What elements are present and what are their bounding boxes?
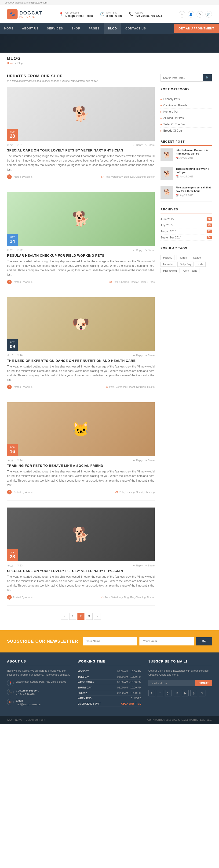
- post-day: 28: [10, 554, 15, 559]
- social-icon-in[interactable]: in: [173, 690, 180, 696]
- post-image: 🐕: [7, 192, 155, 246]
- user-icon[interactable]: 👤: [188, 11, 194, 18]
- search-input[interactable]: [161, 74, 202, 81]
- working-time: 08:00 AM - 10:00 PM: [109, 669, 141, 674]
- newsletter-submit-button[interactable]: Go: [196, 637, 212, 646]
- tag-item[interactable]: Baby Fog: [177, 261, 193, 267]
- social-icon-▶[interactable]: ▶: [182, 690, 189, 696]
- nav-shop[interactable]: SHOP: [67, 23, 84, 34]
- page-1[interactable]: 1: [69, 613, 76, 620]
- archive-item[interactable]: July 201523: [161, 222, 212, 228]
- social-icon-t[interactable]: t: [157, 690, 163, 696]
- recent-post-info: There's nothing like when I hold you 📅 J…: [176, 167, 212, 180]
- footer-link[interactable]: NEWS: [15, 719, 22, 721]
- nav-home[interactable]: HOME: [0, 23, 18, 34]
- post-title[interactable]: REGULAR HEALTH CHECKUP FOR FIELD WORKING…: [7, 254, 155, 257]
- working-hours-row: EMERGENCY UNITOPEN ANY TIME: [78, 701, 141, 706]
- search-box[interactable]: 🔍: [161, 74, 212, 82]
- recent-post-title[interactable]: Like Robinson Crusoe it is Primitive as …: [176, 149, 212, 156]
- archive-item[interactable]: June 201518: [161, 216, 212, 222]
- category-item[interactable]: Friendly Pets: [161, 96, 212, 102]
- post-author: A Posted By Admin: [7, 384, 32, 389]
- tag-item[interactable]: Nadge: [191, 255, 203, 260]
- post-title[interactable]: THE NEED OF EXPERT'S GUIDANCE ON PET NUT…: [7, 359, 155, 363]
- reply-button[interactable]: ↩ Reply: [133, 354, 142, 357]
- logo[interactable]: 🐾 DOGCAT PET CARE: [7, 9, 42, 20]
- header-info: 📍 Our Location Design Street, Texas 🕐 Mo…: [59, 11, 162, 18]
- settings-icon[interactable]: ⚙: [196, 11, 203, 18]
- reply-button[interactable]: ↩ Reply: [133, 249, 142, 252]
- calendar-icon: 📅: [176, 175, 179, 178]
- logo-name: DOGCAT: [20, 10, 42, 16]
- footer-email-text: Email mail@woodsman.com: [16, 699, 41, 707]
- cart-icon[interactable]: 🛒: [206, 11, 212, 18]
- post-author: A Posted By Admin: [7, 175, 32, 179]
- breadcrumb-home[interactable]: Home: [7, 62, 14, 64]
- working-day: FRIDAY: [78, 690, 109, 695]
- footer-phone-label: Customer Support: [16, 689, 38, 693]
- category-item[interactable]: Hunters Pet: [161, 109, 212, 115]
- footer-address: 📍 Washington Square Park, NY, United Sta…: [7, 680, 71, 686]
- category-item[interactable]: All Kind Of Birds: [161, 115, 212, 121]
- footer-link[interactable]: FAQ: [7, 719, 12, 721]
- newsletter-name-input[interactable]: [83, 637, 137, 646]
- tag-item[interactable]: Maltese: [161, 255, 175, 260]
- category-item[interactable]: Captivating Breeds: [161, 102, 212, 109]
- reply-button[interactable]: ↩ Reply: [133, 459, 142, 462]
- page-2[interactable]: 2: [78, 613, 84, 620]
- post-title[interactable]: TRAINING FOR PETS TO BEHAVE LIKE A SOCIA…: [7, 464, 155, 468]
- recent-post-title[interactable]: There's nothing like when I hold you: [176, 167, 212, 175]
- social-icon-p[interactable]: p: [190, 690, 197, 696]
- nav-pages[interactable]: PAGES: [84, 23, 104, 34]
- archive-label: June 2015: [161, 218, 173, 221]
- nav-about[interactable]: ABOUT US: [18, 23, 43, 34]
- share-button[interactable]: ⤷ Share: [145, 459, 155, 462]
- nav-blog[interactable]: BLOG: [104, 23, 121, 34]
- share-button[interactable]: ⤷ Share: [145, 354, 155, 357]
- newsletter-email-input[interactable]: [139, 637, 194, 646]
- tag-item[interactable]: Labrador: [161, 261, 176, 267]
- share-button[interactable]: ⤷ Share: [145, 249, 155, 252]
- social-icon-gplus[interactable]: g+: [165, 690, 172, 696]
- post-title[interactable]: SPECIAL CARE ON YOUR LOVELY PETS BY VETE…: [7, 149, 155, 152]
- footer-copyright: COPYRIGHTS © 2015 MICE CRE. ALL RIGHTS R…: [147, 719, 212, 721]
- social-icon-v[interactable]: v: [199, 690, 206, 696]
- tag-item[interactable]: Pit Bull: [176, 255, 189, 260]
- nav: HOME ABOUT US SERVICES SHOP PAGES BLOG C…: [0, 23, 219, 34]
- archives-widget: ARCHIVES June 201518July 201523August 20…: [161, 208, 212, 241]
- category-item[interactable]: Breeds Of Cats: [161, 128, 212, 134]
- tag-icon: 🏷: [115, 491, 118, 494]
- reply-button[interactable]: ↩ Reply: [133, 144, 142, 147]
- page-3[interactable]: 3: [86, 613, 93, 620]
- tag-item[interactable]: Corn Hound: [181, 268, 200, 273]
- subscribe-email-input[interactable]: [148, 680, 195, 686]
- recent-post-item: 🐕 Like Robinson Crusoe it is Primitive a…: [161, 149, 212, 164]
- tag-item[interactable]: birds: [195, 261, 206, 267]
- nav-contact[interactable]: CONTACT US: [121, 23, 150, 34]
- post-footer: A Posted By Admin 🏷 Pets, Veterinary, Do…: [7, 175, 155, 179]
- post-tags: 🏷 Pets, Veterinary, Dog, Ear, Cleaning, …: [101, 596, 155, 599]
- category-item[interactable]: Seller Of The Day: [161, 121, 212, 128]
- nav-cta-button[interactable]: GET AN APPOINTMENT: [174, 24, 219, 33]
- archive-item[interactable]: August 201412: [161, 228, 212, 235]
- share-button[interactable]: ⤷ Share: [145, 564, 155, 567]
- recent-post-title[interactable]: Five passengers set sail that day for a …: [176, 186, 212, 193]
- footer-link[interactable]: CLIENT SUPPORT: [26, 719, 46, 721]
- blog-post-2: 🐶 NOV 09 👁 15 ♡ 16 ↩ Reply ⤷ Share THE N…: [7, 297, 155, 396]
- page-next[interactable]: »: [94, 613, 101, 620]
- page-prev[interactable]: «: [61, 613, 68, 620]
- subscribe-button[interactable]: SIGNUP: [195, 680, 212, 686]
- share-button[interactable]: ⤷ Share: [145, 144, 155, 147]
- wishlist-icon[interactable]: ♡: [179, 11, 185, 18]
- tag-item[interactable]: Midsnowem: [161, 268, 180, 273]
- social-icon-f[interactable]: f: [148, 690, 155, 696]
- reply-button[interactable]: ↩ Reply: [133, 564, 142, 567]
- archive-item[interactable]: September 201424: [161, 235, 212, 241]
- search-button[interactable]: 🔍: [202, 74, 212, 81]
- location-value: Design Street, Texas: [65, 14, 93, 18]
- post-title[interactable]: SPECIAL CARE ON YOUR LOVELY PETS BY VETE…: [7, 569, 155, 573]
- post-image: 🐕: [7, 87, 155, 141]
- category-widget: POST CATEGORY Friendly PetsCaptivating B…: [161, 87, 212, 134]
- nav-services[interactable]: SERVICES: [43, 23, 67, 34]
- footer-phone-text: Customer Support + 124 45 76 678: [16, 689, 38, 696]
